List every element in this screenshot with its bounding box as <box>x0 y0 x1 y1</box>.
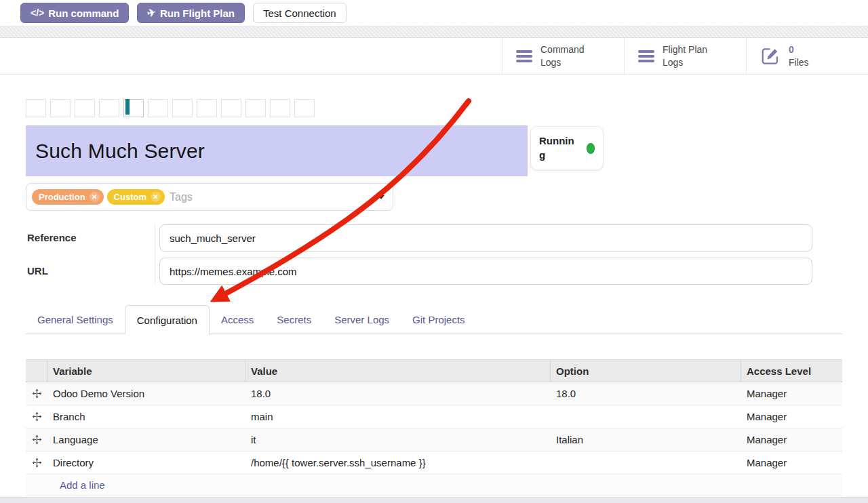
reference-label: Reference <box>27 224 159 252</box>
run-command-label: Run command <box>48 7 119 19</box>
cell-access-level: Manager <box>741 434 842 445</box>
tab[interactable]: Configuration <box>125 305 210 334</box>
color-swatch[interactable] <box>197 99 217 117</box>
tab[interactable]: Access <box>210 305 265 334</box>
color-swatch[interactable] <box>221 99 241 117</box>
test-connection-button[interactable]: Test Connection <box>253 3 347 23</box>
drag-handle-icon <box>32 411 42 422</box>
color-swatch[interactable] <box>148 99 168 117</box>
command-logs-button[interactable]: Command Logs <box>502 38 624 74</box>
cell-access-level: Manager <box>741 388 842 399</box>
command-logs-label-line1: Command <box>540 44 585 55</box>
color-swatch[interactable] <box>50 99 71 117</box>
cell-option: 18.0 <box>551 388 741 399</box>
table-body: Odoo Demo Version 18.0 18.0 Manager Bran… <box>26 382 842 475</box>
cell-variable: Language <box>47 434 245 445</box>
chevron-down-icon[interactable] <box>378 195 384 199</box>
tab-label: Git Projects <box>412 314 465 325</box>
column-header-variable[interactable]: Variable <box>47 360 245 382</box>
bottom-divider <box>0 497 868 503</box>
color-swatch[interactable] <box>294 99 315 117</box>
drag-handle[interactable] <box>26 435 47 445</box>
table-header: Variable Value Option Access Level <box>26 359 842 382</box>
color-picker <box>26 99 315 117</box>
cell-value: /home/{{ tower.server.ssh_username }} <box>245 457 551 468</box>
color-swatch[interactable] <box>270 99 290 117</box>
color-swatch[interactable] <box>99 99 119 117</box>
flight-plan-logs-label-line2: Logs <box>663 57 683 68</box>
tab[interactable]: General Settings <box>26 305 125 334</box>
table-row[interactable]: Language it Italian Manager <box>26 428 842 451</box>
top-toolbar: </> Run command ✈ Run Flight Plan Test C… <box>0 0 868 26</box>
command-logs-label-line2: Logs <box>540 57 561 68</box>
server-name-field[interactable]: Such Much Server <box>26 125 528 176</box>
tag-label: Production <box>39 192 85 202</box>
url-label: URL <box>27 258 159 285</box>
color-swatch[interactable] <box>123 99 144 117</box>
drag-handle-icon <box>32 388 42 399</box>
url-input[interactable] <box>159 258 812 285</box>
code-icon: </> <box>31 7 44 18</box>
color-swatch[interactable] <box>26 99 46 117</box>
tags-field[interactable]: Production ✕ Custom ✕ Tags <box>26 183 393 211</box>
stat-buttons: Command Logs Flight Plan Logs 0 Files <box>502 38 868 74</box>
status-button[interactable]: Running <box>530 126 604 170</box>
cell-value: main <box>245 411 551 422</box>
color-swatch[interactable] <box>245 99 266 117</box>
run-flight-plan-button[interactable]: ✈ Run Flight Plan <box>137 3 245 23</box>
cell-option: Italian <box>551 434 741 445</box>
field-group: Reference URL <box>27 224 812 291</box>
notebook-tabs: General Settings Configuration Access Se… <box>26 305 842 334</box>
run-command-button[interactable]: </> Run command <box>20 3 129 23</box>
reference-input[interactable] <box>159 224 812 252</box>
color-swatch[interactable] <box>75 99 95 117</box>
tab[interactable]: Server Logs <box>323 305 401 334</box>
cell-variable: Directory <box>47 457 245 468</box>
edit-icon <box>760 46 781 66</box>
add-line-row: Add a line <box>26 475 842 496</box>
close-icon[interactable]: ✕ <box>90 192 100 202</box>
add-a-line-link[interactable]: Add a line <box>26 479 105 491</box>
table-row[interactable]: Branch main Manager <box>26 405 842 428</box>
cell-access-level: Manager <box>741 411 842 422</box>
color-swatch-fill <box>125 99 130 115</box>
cell-value: it <box>245 434 551 445</box>
drag-handle[interactable] <box>26 411 47 422</box>
tab-label: Configuration <box>137 315 197 326</box>
files-label: Files <box>789 57 809 68</box>
column-header-value[interactable]: Value <box>245 360 551 382</box>
flight-plan-logs-label-line1: Flight Plan <box>663 44 707 55</box>
cell-access-level: Manager <box>741 457 842 468</box>
status-dot-icon <box>587 143 595 154</box>
close-icon[interactable]: ✕ <box>151 192 161 202</box>
tab-label: Access <box>221 314 254 325</box>
url-row: URL <box>27 258 812 285</box>
label-separator <box>155 224 155 285</box>
column-header-option[interactable]: Option <box>551 360 741 382</box>
status-label: Running <box>539 134 574 162</box>
reference-row: Reference <box>27 224 812 252</box>
tag-pill: Custom ✕ <box>107 189 165 205</box>
tab[interactable]: Secrets <box>265 305 323 334</box>
tag-list: Production ✕ Custom ✕ <box>32 189 168 205</box>
variables-table: Variable Value Option Access Level Odoo … <box>26 359 842 496</box>
cell-value: 18.0 <box>245 388 551 399</box>
page-title: Such Much Server <box>26 140 205 163</box>
form-header: Command Logs Flight Plan Logs 0 Files <box>0 38 868 75</box>
run-flight-plan-label: Run Flight Plan <box>160 7 235 19</box>
color-swatch[interactable] <box>172 99 193 117</box>
tab[interactable]: Git Projects <box>401 305 477 334</box>
table-row[interactable]: Directory /home/{{ tower.server.ssh_user… <box>26 451 842 475</box>
column-header-access-level[interactable]: Access Level <box>741 360 842 382</box>
files-button[interactable]: 0 Files <box>746 38 868 74</box>
drag-handle[interactable] <box>26 388 47 399</box>
list-icon <box>516 50 532 62</box>
app-root: </> Run command ✈ Run Flight Plan Test C… <box>0 0 868 503</box>
tag-pill: Production ✕ <box>32 189 104 205</box>
tab-label: Secrets <box>277 314 311 325</box>
flight-plan-logs-button[interactable]: Flight Plan Logs <box>624 38 746 74</box>
drag-handle[interactable] <box>26 458 47 468</box>
cell-variable: Branch <box>47 411 245 422</box>
table-row[interactable]: Odoo Demo Version 18.0 18.0 Manager <box>26 382 842 405</box>
list-icon <box>638 50 654 62</box>
